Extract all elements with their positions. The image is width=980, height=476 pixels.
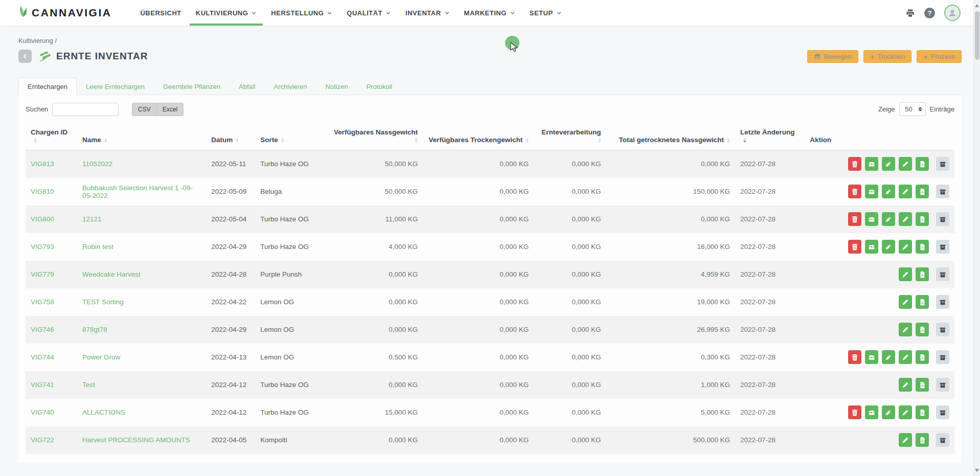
print-icon[interactable] — [905, 8, 915, 18]
name-link[interactable]: ALLACTIONS — [82, 409, 125, 416]
tab-archivieren[interactable]: Archivieren — [265, 78, 316, 95]
report-button[interactable] — [916, 350, 929, 364]
tab-protokoll[interactable]: Protokoll — [357, 78, 402, 95]
report-button[interactable] — [916, 240, 929, 254]
chargen-id-link[interactable]: VIG793 — [31, 243, 54, 251]
tab-notizen[interactable]: Notizen — [316, 78, 357, 95]
name-link[interactable]: Test — [82, 381, 95, 389]
chargen-id-link[interactable]: VIG722 — [31, 436, 54, 444]
report-button[interactable] — [916, 378, 929, 392]
user-avatar[interactable] — [944, 5, 961, 21]
report-button[interactable] — [916, 185, 929, 198]
edit-button[interactable] — [899, 185, 912, 198]
chargen-id-link[interactable]: VIG800 — [31, 215, 54, 223]
archive-button[interactable] — [936, 323, 949, 336]
chargen-id-link[interactable]: VIG740 — [31, 409, 54, 416]
breadcrumb[interactable]: Kultivierung / — [18, 37, 962, 44]
name-link[interactable]: Robin test — [82, 243, 113, 251]
marker-button[interactable] — [882, 405, 895, 419]
column-header-ernteverarbeitung[interactable]: Ernteverarbeitung — [534, 124, 606, 150]
csv-export-button[interactable]: CSV — [132, 103, 156, 116]
edit-button[interactable] — [899, 405, 912, 419]
chargen-id-link[interactable]: VIG744 — [31, 353, 54, 361]
nav-item-qualität[interactable]: QUALITÄT — [339, 0, 398, 26]
delete-button[interactable] — [848, 350, 861, 364]
chargen-id-link[interactable]: VIG779 — [31, 270, 54, 278]
archive-button[interactable] — [936, 212, 949, 226]
excel-export-button[interactable]: Excel — [156, 103, 183, 116]
edit-button[interactable] — [899, 212, 912, 226]
help-icon[interactable]: ? — [924, 8, 935, 18]
back-button[interactable] — [18, 50, 32, 63]
report-button[interactable] — [916, 295, 929, 309]
name-link[interactable]: Weedcake Harvest — [82, 270, 141, 278]
archive-button[interactable] — [936, 350, 949, 364]
delete-button[interactable] — [848, 185, 861, 198]
edit-button[interactable] — [899, 378, 912, 392]
name-link[interactable]: TEST Sorting — [82, 298, 124, 306]
scrollbar-up-arrow-icon[interactable] — [975, 4, 979, 7]
page-size-select[interactable]: 50 — [899, 102, 926, 116]
cannavigia-logo[interactable]: CANNAVIGIA — [17, 6, 111, 20]
column-header-total-getrocknetes-nassgewicht[interactable]: Total getrocknetes Nassgewicht — [606, 124, 735, 150]
edit-button[interactable] — [899, 350, 912, 364]
column-header-letzte-änderung[interactable]: Letzte Änderung — [735, 124, 805, 150]
marker-button[interactable] — [882, 212, 895, 226]
nav-item-setup[interactable]: SETUP — [522, 0, 569, 26]
process-button[interactable] — [865, 185, 878, 198]
column-header-verfügbares-trockengewicht[interactable]: Verfügbares Trockengewicht — [423, 124, 534, 150]
scrollbar-thumb[interactable] — [975, 11, 979, 60]
edit-button[interactable] — [899, 295, 912, 309]
column-header-verfügbares-nassgewicht[interactable]: Verfügbares Nassgewicht — [325, 124, 423, 150]
process-button[interactable] — [865, 157, 878, 171]
report-button[interactable] — [916, 433, 929, 447]
marker-button[interactable] — [882, 185, 895, 198]
name-link[interactable]: Harvest PROCESSING AMOUNTS — [82, 436, 190, 444]
nav-item-übersicht[interactable]: ÜBERSICHT — [133, 0, 188, 26]
nav-item-inventar[interactable]: INVENTAR — [398, 0, 457, 26]
scrollbar-down-arrow-icon[interactable] — [975, 469, 979, 472]
nav-item-kultivierung[interactable]: KULTIVIERUNG — [189, 0, 264, 26]
edit-button[interactable] — [899, 433, 912, 447]
process-button[interactable] — [865, 212, 878, 226]
report-button[interactable] — [916, 157, 929, 171]
marker-button[interactable] — [882, 240, 895, 254]
chargen-id-link[interactable]: VIG746 — [31, 326, 54, 333]
column-header-datum[interactable]: Datum — [206, 124, 255, 150]
nav-item-herstellung[interactable]: HERSTELLUNG — [264, 0, 339, 26]
vertical-scrollbar[interactable] — [973, 0, 980, 476]
tab-geerntete-pflanzen[interactable]: Geerntete Pflanzen — [154, 78, 230, 95]
report-button[interactable] — [916, 212, 929, 226]
column-header-chargen-id[interactable]: Chargen ID — [26, 124, 77, 150]
edit-button[interactable] — [899, 323, 912, 336]
name-link[interactable]: Power Grow — [82, 353, 120, 361]
column-header-name[interactable]: Name — [77, 124, 206, 150]
marker-button[interactable] — [882, 157, 895, 171]
tab-erntechargen[interactable]: Erntechargen — [18, 78, 77, 95]
marker-button[interactable] — [882, 350, 895, 364]
archive-button[interactable] — [936, 185, 949, 198]
edit-button[interactable] — [899, 157, 912, 171]
archive-button[interactable] — [936, 378, 949, 392]
archive-button[interactable] — [936, 157, 949, 171]
archive-button[interactable] — [936, 240, 949, 254]
chargen-id-link[interactable]: VIG758 — [31, 298, 54, 306]
chargen-id-link[interactable]: VIG810 — [31, 188, 54, 195]
search-input[interactable] — [52, 103, 119, 116]
trocknen-button[interactable]: +Trocknen — [863, 50, 911, 63]
archive-button[interactable] — [936, 433, 949, 447]
name-link[interactable]: 878gt78 — [82, 326, 107, 333]
edit-button[interactable] — [899, 240, 912, 254]
process-button[interactable] — [865, 405, 878, 419]
edit-button[interactable] — [899, 267, 912, 281]
archive-button[interactable] — [936, 405, 949, 419]
tab-leere-erntechargen[interactable]: Leere Erntechargen — [77, 78, 154, 95]
bewegen-button[interactable]: Bewegen — [807, 50, 858, 63]
report-button[interactable] — [916, 267, 929, 281]
delete-button[interactable] — [848, 157, 861, 171]
delete-button[interactable] — [848, 405, 861, 419]
archive-button[interactable] — [936, 295, 949, 309]
nav-item-marketing[interactable]: MARKETING — [457, 0, 522, 26]
delete-button[interactable] — [848, 212, 861, 226]
tab-abfall[interactable]: Abfall — [230, 78, 265, 95]
